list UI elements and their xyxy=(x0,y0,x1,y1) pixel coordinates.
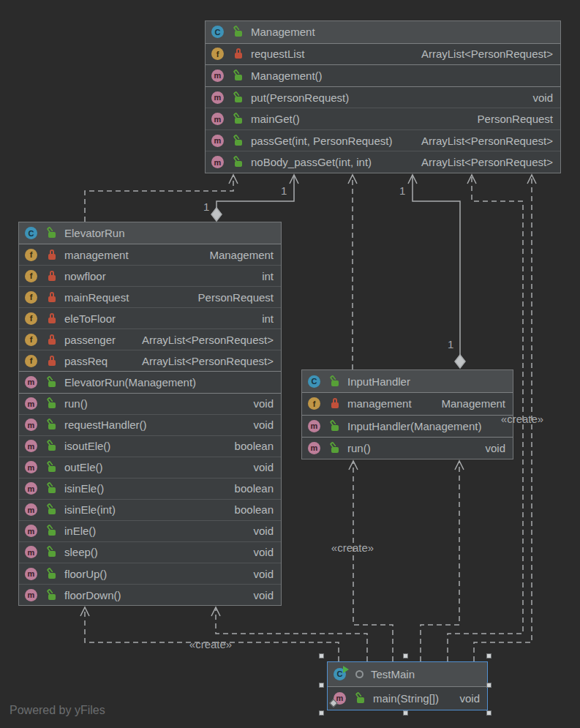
member-row[interactable]: fpassReqArrayList<PersonRequest> xyxy=(19,350,281,371)
class-node-testmain[interactable]: C TestMain mmain(String[])void xyxy=(327,661,488,710)
member-row[interactable]: msleep()void xyxy=(19,541,281,563)
member-name: mainRequest xyxy=(64,291,129,304)
member-row[interactable]: misinEle()boolean xyxy=(19,478,281,499)
diagram-canvas[interactable]: C Management frequestListArrayList<Perso… xyxy=(0,0,580,728)
member-name: isinEle(int) xyxy=(64,503,116,516)
member-name: mainGet() xyxy=(251,113,300,125)
private-lock-icon xyxy=(47,271,57,282)
member-row[interactable]: mnoBody_passGet(int, int)ArrayList<Perso… xyxy=(206,151,560,173)
private-lock-icon xyxy=(47,356,57,367)
public-lock-icon xyxy=(233,135,244,146)
method-icon: m xyxy=(308,420,320,432)
class-icon: C xyxy=(25,227,37,239)
dependency-edge-testmain-elevatorrun-create[interactable] xyxy=(80,607,339,661)
method-icon: m xyxy=(211,135,224,147)
member-row[interactable]: mrequestHandler()void xyxy=(19,414,281,435)
member-row[interactable]: fmanagementManagement xyxy=(302,392,513,414)
member-row[interactable]: mpassGet(int, PersonRequest)ArrayList<Pe… xyxy=(206,130,560,151)
public-lock-icon xyxy=(47,590,57,601)
selection-handle[interactable] xyxy=(319,710,324,716)
selection-handle[interactable] xyxy=(403,710,408,716)
member-type: void xyxy=(532,91,553,104)
class-node-elevatorrun[interactable]: C ElevatorRun fmanagementManagementfnowf… xyxy=(18,222,282,606)
member-row[interactable]: mrun()void xyxy=(19,393,281,414)
dependency-edge-testmain-inputhandler[interactable] xyxy=(421,461,464,661)
dependency-edge-inputhandler-management[interactable] xyxy=(348,175,357,369)
member-row[interactable]: fmainRequestPersonRequest xyxy=(19,286,281,307)
method-icon: m xyxy=(211,113,224,125)
member-row[interactable]: frequestListArrayList<PersonRequest> xyxy=(206,43,560,65)
member-type: Management xyxy=(209,249,274,261)
field-icon: f xyxy=(25,249,37,261)
member-rows: frequestListArrayList<PersonRequest>mMan… xyxy=(206,43,560,173)
multiplicity-label: 1 xyxy=(281,184,287,197)
selection-handle[interactable] xyxy=(319,653,324,658)
class-node-management[interactable]: C Management frequestListArrayList<Perso… xyxy=(205,20,561,173)
multiplicity-label: 1 xyxy=(448,338,453,350)
member-row[interactable]: moutEle()void xyxy=(19,457,281,478)
member-type: PersonRequest xyxy=(478,113,553,125)
selection-handle[interactable] xyxy=(403,653,408,658)
public-lock-icon xyxy=(233,113,244,124)
member-row[interactable]: mrun()void xyxy=(302,437,513,459)
method-icon: m xyxy=(25,525,37,537)
member-row[interactable]: misinEle(int)boolean xyxy=(19,499,281,520)
create-stereotype-label: «create» xyxy=(185,638,236,650)
member-row[interactable]: mfloorUp()void xyxy=(19,563,281,584)
public-lock-icon xyxy=(47,440,57,451)
method-icon: m xyxy=(25,440,37,452)
method-icon: m xyxy=(211,91,224,104)
member-row[interactable]: mElevatorRun(Management) xyxy=(19,371,281,392)
member-name: floorDown() xyxy=(64,589,121,601)
selection-handle[interactable] xyxy=(486,653,492,658)
member-name: management xyxy=(347,397,412,410)
dependency-edge-testmain-inputhandler-create[interactable] xyxy=(349,461,393,661)
member-type: void xyxy=(253,397,274,410)
method-icon: m xyxy=(25,397,37,410)
member-row[interactable]: fnowfloorint xyxy=(19,265,281,286)
member-row[interactable]: mmain(String[])void xyxy=(328,686,487,710)
member-name: isoutEle() xyxy=(64,440,110,452)
field-icon: f xyxy=(25,291,37,304)
member-rows: mmain(String[])void xyxy=(328,686,487,710)
member-row[interactable]: mmainGet()PersonRequest xyxy=(206,108,560,130)
member-type: void xyxy=(253,461,274,473)
member-row[interactable]: mInputHandler(Management) xyxy=(302,415,513,437)
member-row[interactable]: minEle()void xyxy=(19,520,281,541)
method-icon: m xyxy=(25,568,37,580)
class-header[interactable]: C InputHandler xyxy=(302,370,513,392)
private-lock-icon xyxy=(47,334,57,345)
member-type: void xyxy=(253,568,274,580)
member-row[interactable]: mput(PersonRequest)void xyxy=(206,86,560,108)
public-lock-icon xyxy=(233,157,244,168)
class-header[interactable]: C ElevatorRun xyxy=(19,222,281,244)
method-icon: m xyxy=(25,461,37,473)
member-row[interactable]: fmanagementManagement xyxy=(19,244,281,265)
member-row[interactable]: mManagement() xyxy=(206,64,560,86)
public-lock-icon xyxy=(233,70,244,81)
aggregation-edge-inputhandler-management[interactable] xyxy=(408,175,465,368)
class-node-inputhandler[interactable]: C InputHandler fmanagementManagementmInp… xyxy=(301,369,513,459)
member-row[interactable]: fpassengerArrayList<PersonRequest> xyxy=(19,329,281,350)
public-lock-icon xyxy=(47,462,57,473)
member-type: boolean xyxy=(235,503,274,516)
public-lock-icon xyxy=(47,377,57,388)
selection-handle[interactable] xyxy=(319,683,324,688)
member-type: ArrayList<PersonRequest> xyxy=(421,135,553,147)
member-name: requestHandler() xyxy=(64,419,147,431)
member-row[interactable]: feleToFloorint xyxy=(19,307,281,329)
method-icon: m xyxy=(308,442,320,454)
member-name: main(String[]) xyxy=(373,692,439,705)
class-header[interactable]: C Management xyxy=(206,21,560,43)
class-header[interactable]: C TestMain xyxy=(328,662,487,686)
member-name: floorUp() xyxy=(64,568,107,580)
selection-handle[interactable] xyxy=(486,683,492,688)
aggregation-edge-elevatorrun-management[interactable] xyxy=(211,175,298,221)
member-name: passenger xyxy=(64,334,116,346)
selection-handle[interactable] xyxy=(486,710,492,716)
dependency-edge-testmain-elevatorrun[interactable] xyxy=(211,607,367,661)
public-lock-icon xyxy=(233,26,244,37)
member-row[interactable]: misoutEle()boolean xyxy=(19,435,281,457)
public-lock-icon xyxy=(233,92,244,103)
member-row[interactable]: mfloorDown()void xyxy=(19,584,281,605)
